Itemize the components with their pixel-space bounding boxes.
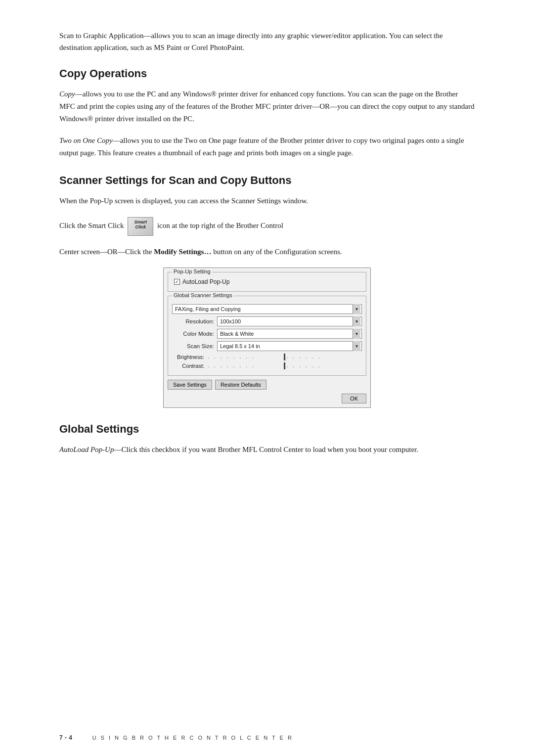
global-scanner-group: Global Scanner Settings FAXing, Filing a… xyxy=(168,296,366,376)
page-content: Scan to Graphic Application—allows you t… xyxy=(0,0,534,510)
two-on-one-term: Two on One Copy xyxy=(59,136,113,144)
global-settings-rest: —Click this checkbox if you want Brother… xyxy=(114,445,418,453)
save-settings-button[interactable]: Save Settings xyxy=(168,380,212,390)
ok-button[interactable]: OK xyxy=(342,394,366,403)
scan-size-value: Legal 8.5 x 14 in xyxy=(219,343,353,349)
global-settings-section: Global Settings AutoLoad Pop-Up—Click th… xyxy=(59,423,475,456)
scanner-settings-text1: When the Pop-Up screen is displayed, you… xyxy=(59,195,475,207)
scan-size-label: Scan Size: xyxy=(172,343,214,349)
resolution-row: Resolution: 100x100 ▼ xyxy=(172,316,362,326)
copy-operations-paragraph2: Two on One Copy—allows you to use the Tw… xyxy=(59,134,475,159)
scanner-settings-text3: Center screen—OR—Click the Modify Settin… xyxy=(59,246,475,258)
ok-row: OK xyxy=(164,392,370,407)
autoload-checkbox[interactable]: ✓ xyxy=(174,279,180,285)
copy-operations-heading: Copy Operations xyxy=(59,67,475,80)
brightness-label: Brightness: xyxy=(172,354,204,360)
autoload-row: ✓ AutoLoad Pop-Up xyxy=(174,278,362,285)
smart-click-icon: SmartClick xyxy=(128,217,153,236)
text2-suffix: icon at the top right of the Brother Con… xyxy=(157,222,283,229)
modify-settings-term: Modify Settings… xyxy=(154,248,211,256)
brightness-slider[interactable]: . . . . . . . . . . . . . . xyxy=(207,354,362,360)
scan-size-select[interactable]: Legal 8.5 x 14 in ▼ xyxy=(217,341,362,351)
popup-setting-group: Pop-Up Setting ✓ AutoLoad Pop-Up xyxy=(168,272,366,292)
contrast-row: Contrast: . . . . . . . . . . . . . . xyxy=(172,362,362,369)
scanner-settings-heading: Scanner Settings for Scan and Copy Butto… xyxy=(59,174,475,187)
dialog-action-buttons: Save Settings Restore Defaults xyxy=(168,380,366,390)
main-dropdown-row: FAXing, Filing and Copying ▼ xyxy=(172,304,362,314)
color-mode-label: Color Mode: xyxy=(172,331,214,337)
footer-chapter-title: U S I N G B R O T H E R C O N T R O L C … xyxy=(92,735,293,741)
text3-prefix: Center screen—OR—Click the xyxy=(59,248,154,256)
dropdown1-arrow[interactable]: ▼ xyxy=(353,304,360,314)
autoload-label: AutoLoad Pop-Up xyxy=(182,278,229,285)
text2-prefix: Click the Smart Click xyxy=(59,222,126,229)
intro-paragraph: Scan to Graphic Application—allows you t… xyxy=(59,30,475,53)
copy-paragraph2-rest: —allows you to use the Two on One page f… xyxy=(59,136,464,157)
footer-page-number: 7 - 4 xyxy=(59,734,73,741)
color-mode-select[interactable]: Black & White ▼ xyxy=(217,329,362,339)
scanner-settings-dialog: Pop-Up Setting ✓ AutoLoad Pop-Up Global … xyxy=(163,267,371,408)
copy-term: Copy xyxy=(59,90,75,98)
global-settings-paragraph: AutoLoad Pop-Up—Click this checkbox if y… xyxy=(59,444,475,456)
contrast-slider[interactable]: . . . . . . . . . . . . . . xyxy=(207,362,362,369)
restore-defaults-button[interactable]: Restore Defaults xyxy=(215,380,267,390)
copy-paragraph1-rest: —allows you to use the PC and any Window… xyxy=(59,90,474,123)
resolution-arrow[interactable]: ▼ xyxy=(353,316,360,326)
scan-size-arrow[interactable]: ▼ xyxy=(353,341,360,351)
faxing-filing-select[interactable]: FAXing, Filing and Copying ▼ xyxy=(172,304,362,314)
scan-size-row: Scan Size: Legal 8.5 x 14 in ▼ xyxy=(172,341,362,351)
global-settings-heading: Global Settings xyxy=(59,423,475,436)
brightness-row: Brightness: . . . . . . . . . . . . . . xyxy=(172,354,362,360)
resolution-value: 100x100 xyxy=(219,318,353,324)
scanner-settings-section: Scanner Settings for Scan and Copy Butto… xyxy=(59,174,475,408)
contrast-label: Contrast: xyxy=(172,363,204,369)
global-scanner-label: Global Scanner Settings xyxy=(172,292,234,298)
scanner-settings-text2: Click the Smart Click SmartClick icon at… xyxy=(59,217,475,236)
color-mode-value: Black & White xyxy=(219,331,353,337)
resolution-label: Resolution: xyxy=(172,318,214,324)
autoload-popup-term: AutoLoad Pop-Up xyxy=(59,445,114,453)
copy-operations-section: Copy Operations Copy—allows you to use t… xyxy=(59,67,475,159)
text3-suffix: button on any of the Configuration scree… xyxy=(211,248,342,256)
popup-setting-label: Pop-Up Setting xyxy=(172,268,212,274)
color-mode-row: Color Mode: Black & White ▼ xyxy=(172,329,362,339)
faxing-filing-value: FAXing, Filing and Copying xyxy=(174,306,353,312)
page-footer: 7 - 4 U S I N G B R O T H E R C O N T R … xyxy=(0,734,534,741)
resolution-select[interactable]: 100x100 ▼ xyxy=(217,316,362,326)
copy-operations-paragraph1: Copy—allows you to use the PC and any Wi… xyxy=(59,88,475,125)
color-mode-arrow[interactable]: ▼ xyxy=(353,329,360,339)
